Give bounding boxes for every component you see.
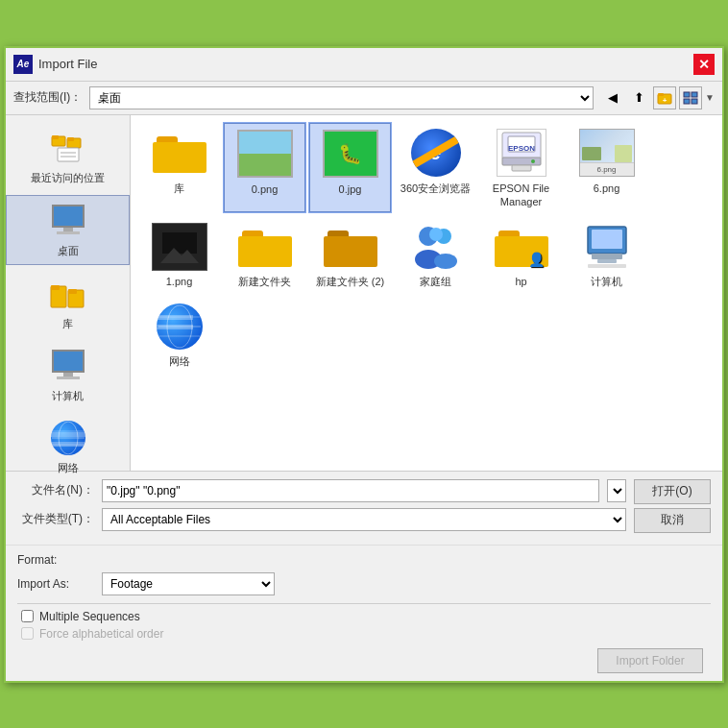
filename-dropdown[interactable] (607, 479, 626, 502)
file-label: EPSON File Manager (484, 182, 558, 209)
svg-rect-37 (592, 230, 622, 249)
file-item-hp[interactable]: 👤 hp (480, 216, 562, 292)
filetype-row: 文件类型(T)： All Acceptable Files (17, 508, 626, 531)
folder-icon (151, 127, 208, 180)
file-label: 0.png (252, 182, 279, 196)
toolbar: 查找范围(I)： 桌面 ◀ ⬆ + ▼ (6, 82, 722, 115)
toolbar-icons: ◀ ⬆ + ▼ (601, 86, 715, 109)
back-button[interactable]: ◀ (601, 86, 624, 109)
create-folder-button[interactable]: + (653, 86, 676, 109)
sidebar-item-recent[interactable]: 最近访问的位置 (6, 123, 130, 191)
file-label: 新建文件夹 (238, 275, 291, 288)
file-item-computer[interactable]: 计算机 (566, 216, 647, 292)
title-bar: Ae Import File ✕ (6, 48, 722, 82)
svg-rect-3 (684, 92, 690, 97)
field-area: 文件名(N)： 文件类型(T)： All Acceptable Files (17, 479, 626, 537)
import-folder-button[interactable]: Import Folder (597, 648, 703, 673)
file-item-newfolder1[interactable]: 新建文件夹 (224, 216, 305, 292)
bottom-bar: 文件名(N)： 文件类型(T)： All Acceptable Files 打开… (6, 471, 722, 545)
img-icon-0png (236, 128, 294, 181)
location-select[interactable]: 桌面 (89, 86, 594, 109)
main-body: 最近访问的位置 桌面 (6, 115, 722, 471)
sidebar-item-computer-label: 计算机 (52, 389, 84, 403)
file-label: 库 (174, 182, 184, 195)
filetype-label: 文件类型(T)： (17, 511, 94, 527)
sidebar-item-library-label: 库 (62, 317, 73, 331)
svg-rect-11 (58, 148, 79, 161)
file-label: 6.png (594, 182, 620, 195)
sidebar-item-library[interactable]: 库 (6, 269, 130, 337)
file-item-1png[interactable]: 1.png (138, 216, 220, 292)
file-item-library[interactable]: 库 (138, 123, 220, 213)
svg-text:EPSON: EPSON (507, 144, 534, 153)
import-file-dialog: Ae Import File ✕ 查找范围(I)： 桌面 ◀ ⬆ + (4, 46, 724, 683)
svg-rect-4 (692, 92, 697, 97)
force-alpha-row: Force alphabetical order (17, 627, 711, 641)
svg-rect-15 (51, 285, 60, 290)
file-area[interactable]: 库 0.png 🐛 (131, 115, 722, 471)
svg-point-33 (429, 228, 443, 241)
ae-icon: Ae (13, 55, 33, 74)
close-button[interactable]: ✕ (693, 54, 715, 75)
up-button[interactable]: ⬆ (627, 86, 650, 109)
svg-rect-38 (592, 254, 622, 259)
import-folder-row: Import Folder (17, 644, 711, 677)
views-dropdown: ▼ (705, 92, 715, 103)
file-item-epson[interactable]: EPSON EPSON File Manager (480, 123, 562, 213)
svg-rect-5 (684, 99, 690, 104)
format-label: Format: (17, 553, 711, 567)
import-as-label: Import As: (17, 577, 94, 591)
ie-icon: e (407, 127, 465, 180)
sidebar-item-desktop-label: 桌面 (58, 244, 79, 258)
import-as-row: Import As: Footage Composition Compositi… (17, 572, 711, 595)
open-button[interactable]: 打开(O) (634, 479, 711, 504)
svg-point-26 (531, 159, 535, 163)
title-bar-left: Ae Import File (13, 55, 97, 74)
sidebar-item-network[interactable]: 网络 (6, 413, 130, 481)
filename-row: 文件名(N)： (17, 479, 626, 502)
computer-icon (49, 347, 87, 385)
svg-text:+: + (663, 96, 667, 105)
force-alpha-label: Force alphabetical order (39, 627, 163, 641)
desktop-icon (49, 202, 87, 240)
file-item-newfolder2[interactable]: 新建文件夹 (2) (309, 216, 391, 292)
svg-rect-17 (68, 289, 77, 294)
file-item-homegroup[interactable]: 家庭组 (395, 216, 476, 292)
sidebar-item-desktop[interactable]: 桌面 (6, 195, 130, 265)
cancel-button[interactable]: 取消 (634, 508, 711, 533)
svg-rect-29 (162, 232, 197, 254)
svg-rect-8 (52, 135, 59, 139)
file-item-360[interactable]: e 360安全浏览器 (395, 123, 476, 213)
computer-file-icon (578, 220, 636, 273)
folder-new2-icon (322, 220, 379, 273)
file-label: 0.jpg (339, 182, 362, 196)
file-item-0jpg[interactable]: 🐛 0.jpg (309, 123, 391, 213)
file-label: 360安全浏览器 (400, 182, 471, 195)
folder-hp-icon: 👤 (493, 220, 550, 273)
file-item-network[interactable]: 网络 (138, 296, 220, 372)
network-icon (49, 419, 87, 457)
sidebar-item-network-label: 网络 (58, 461, 79, 475)
sidebar-item-computer[interactable]: 计算机 (6, 341, 130, 409)
action-buttons: 打开(O) 取消 (634, 479, 711, 533)
views-button[interactable] (679, 86, 702, 109)
filename-input[interactable] (102, 479, 599, 502)
img-icon-0jpg: 🐛 (322, 128, 379, 181)
svg-rect-10 (67, 137, 74, 141)
filetype-select[interactable]: All Acceptable Files (102, 508, 626, 531)
force-alpha-checkbox[interactable] (21, 627, 34, 640)
file-item-6png[interactable]: 6.png 6.png (566, 123, 647, 213)
network-file-icon (151, 300, 208, 352)
epson-icon: EPSON (493, 127, 550, 180)
file-label: 1.png (166, 275, 193, 288)
svg-rect-25 (512, 165, 531, 171)
svg-point-35 (434, 254, 457, 269)
file-label: 新建文件夹 (2) (316, 275, 385, 288)
format-section: Format: Import As: Footage Composition C… (6, 545, 722, 681)
file-label: 家庭组 (420, 275, 451, 288)
recent-icon (49, 129, 87, 167)
import-as-select[interactable]: Footage Composition Composition - Retain… (102, 572, 275, 595)
multiple-sequences-checkbox[interactable] (21, 610, 34, 622)
file-item-0png[interactable]: 0.png (224, 123, 305, 213)
library-icon (49, 275, 87, 313)
